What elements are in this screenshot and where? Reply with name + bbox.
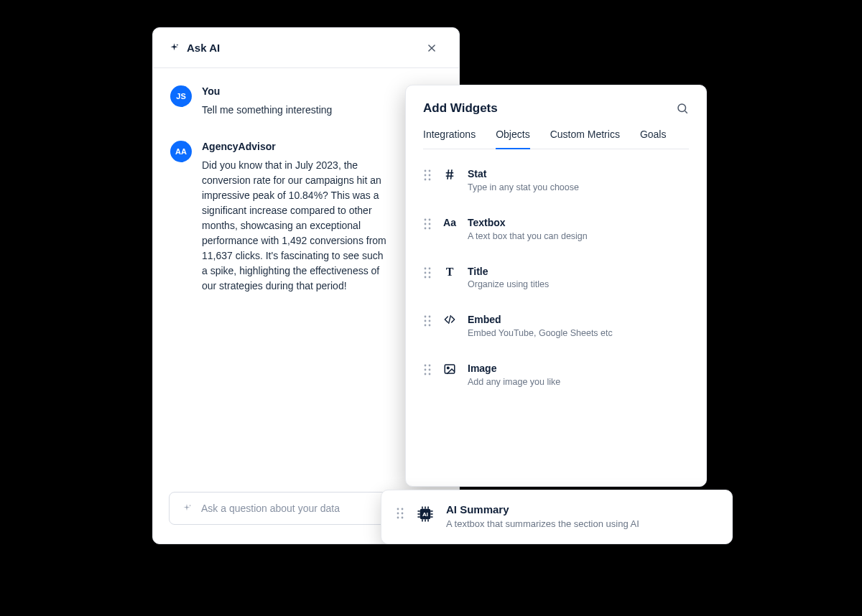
svg-point-33 <box>447 367 449 369</box>
title-t-icon: T <box>442 266 458 279</box>
svg-point-29 <box>429 369 431 371</box>
add-widgets-title: Add Widgets <box>423 101 498 116</box>
widget-label: Stat <box>468 168 689 180</box>
svg-point-5 <box>425 179 427 181</box>
svg-point-6 <box>429 179 431 181</box>
svg-point-37 <box>402 513 404 515</box>
svg-point-11 <box>425 227 427 229</box>
avatar: JS <box>170 85 192 107</box>
search-button[interactable] <box>676 102 689 115</box>
widget-list: Stat Type in any stat you choose Aa Text… <box>406 149 706 404</box>
widget-desc: Embed YouTube, Google Sheets etc <box>468 328 689 338</box>
chat-message-text: Tell me something interesting <box>202 103 389 118</box>
svg-point-34 <box>397 508 399 510</box>
drag-handle-icon[interactable] <box>423 315 432 327</box>
svg-point-30 <box>425 373 427 375</box>
svg-rect-32 <box>445 365 455 373</box>
svg-point-16 <box>429 271 431 274</box>
drag-handle-icon[interactable] <box>423 169 432 181</box>
svg-point-12 <box>429 227 431 229</box>
ask-ai-header: Ask AI <box>153 28 459 68</box>
close-button[interactable] <box>420 37 443 60</box>
add-widgets-title-row: Add Widgets <box>423 101 689 116</box>
svg-point-35 <box>402 508 404 510</box>
widget-text: Textbox A text box that you can design <box>468 217 689 241</box>
svg-point-17 <box>425 276 427 278</box>
widget-image[interactable]: Image Add any image you like <box>413 350 699 398</box>
widget-text: Title Organize using titles <box>468 266 689 290</box>
svg-line-25 <box>449 316 451 324</box>
svg-point-19 <box>425 316 427 318</box>
widget-title[interactable]: T Title Organize using titles <box>413 253 699 302</box>
widget-text: Image Add any image you like <box>468 363 689 387</box>
svg-point-28 <box>425 369 427 371</box>
chat-message: AA AgencyAdvisor Did you know that in Ju… <box>170 141 442 294</box>
chat-message: JS You Tell me something interesting <box>170 85 442 118</box>
widget-desc: Add any image you like <box>468 377 689 387</box>
svg-point-10 <box>429 223 431 225</box>
widget-label: Title <box>468 266 689 278</box>
svg-point-3 <box>425 174 427 177</box>
svg-text:AI: AI <box>422 511 428 518</box>
svg-point-18 <box>429 276 431 278</box>
widget-text: Embed Embed YouTube, Google Sheets etc <box>468 314 689 338</box>
ask-ai-title-row: Ask AI <box>169 42 220 54</box>
widget-text: AI Summary A textbox that summarizes the… <box>446 503 639 529</box>
svg-point-31 <box>429 373 431 375</box>
svg-point-21 <box>425 320 427 322</box>
avatar: AA <box>170 141 192 162</box>
add-widgets-header: Add Widgets Integrations Objects Custom … <box>406 85 706 149</box>
hash-icon <box>442 168 458 181</box>
tab-integrations[interactable]: Integrations <box>423 129 476 149</box>
svg-point-0 <box>678 104 686 112</box>
svg-point-23 <box>425 325 427 327</box>
widget-stat[interactable]: Stat Type in any stat you choose <box>413 155 699 204</box>
svg-point-26 <box>425 365 427 367</box>
widget-label: Textbox <box>468 217 689 229</box>
ai-chip-icon: AI <box>416 505 435 523</box>
svg-point-36 <box>397 513 399 515</box>
svg-point-2 <box>429 170 431 172</box>
sparkle-icon <box>169 42 180 53</box>
svg-point-13 <box>425 267 427 269</box>
tab-objects[interactable]: Objects <box>496 129 529 149</box>
widget-label: AI Summary <box>446 503 639 516</box>
image-icon <box>442 363 458 375</box>
embed-icon <box>442 314 458 325</box>
svg-point-4 <box>429 174 431 177</box>
widget-ai-summary[interactable]: AI AI Summary A textbox that summarizes … <box>381 490 733 544</box>
svg-point-27 <box>429 365 431 367</box>
svg-point-38 <box>397 517 399 519</box>
svg-point-22 <box>429 320 431 322</box>
widget-desc: Type in any stat you choose <box>468 182 689 192</box>
sparkle-icon <box>181 503 193 514</box>
drag-handle-icon[interactable] <box>396 508 404 519</box>
tab-goals[interactable]: Goals <box>640 129 667 149</box>
widget-embed[interactable]: Embed Embed YouTube, Google Sheets etc <box>413 301 699 350</box>
widget-label: Image <box>468 363 689 375</box>
widget-desc: Organize using titles <box>468 279 689 289</box>
tab-custom-metrics[interactable]: Custom Metrics <box>550 129 620 149</box>
svg-point-8 <box>429 218 431 220</box>
svg-point-7 <box>425 218 427 220</box>
chat-message-text: Did you know that in July 2023, the conv… <box>202 158 389 294</box>
drag-handle-icon[interactable] <box>423 218 432 230</box>
svg-point-14 <box>429 267 431 269</box>
svg-point-24 <box>429 325 431 327</box>
widget-desc: A textbox that summarizes the section us… <box>446 518 639 529</box>
aa-icon: Aa <box>442 217 458 228</box>
ask-ai-placeholder: Ask a question about your data <box>201 503 340 514</box>
widget-tabs: Integrations Objects Custom Metrics Goal… <box>423 129 689 149</box>
svg-point-1 <box>425 170 427 172</box>
widget-desc: A text box that you can design <box>468 231 689 241</box>
widget-textbox[interactable]: Aa Textbox A text box that you can desig… <box>413 204 699 253</box>
svg-point-15 <box>425 271 427 274</box>
ask-ai-title: Ask AI <box>187 42 220 54</box>
svg-point-39 <box>402 517 404 519</box>
widget-text: Stat Type in any stat you choose <box>468 168 689 192</box>
svg-point-20 <box>429 316 431 318</box>
drag-handle-icon[interactable] <box>423 364 432 375</box>
drag-handle-icon[interactable] <box>423 267 432 279</box>
svg-point-9 <box>425 223 427 225</box>
widget-label: Embed <box>468 314 689 326</box>
